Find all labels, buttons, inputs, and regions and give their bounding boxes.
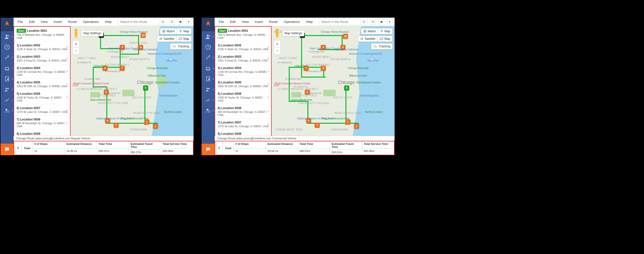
remove-stop-button[interactable]: ✕ [267,45,270,49]
remove-stop-button[interactable]: ✕ [267,82,270,86]
marker-start[interactable]: S [143,85,148,90]
map-settings-button[interactable]: Map Settings [282,30,304,36]
table-gear-icon[interactable] [215,141,223,155]
logo[interactable] [1,18,14,31]
stop-item[interactable]: 5) Location 00061430 W Taylor St, Chicag… [215,90,271,104]
remove-stop-button[interactable]: ✕ [66,135,69,136]
menu-operations[interactable]: Operations [81,19,101,25]
stops-panel[interactable]: StartLocation 0001700 S Wabash Ave, Chic… [14,26,71,136]
marker-2[interactable]: 2 [354,124,359,129]
nav-analytics[interactable] [1,95,14,105]
nav-user-settings[interactable] [1,105,14,116]
stop-item[interactable]: 7) Location 0008800 W Randolph St, Chica… [14,116,70,130]
search-input[interactable] [319,19,361,25]
menu-edit[interactable]: Edit [228,19,238,25]
zoom-out-button[interactable]: − [73,47,80,54]
remove-stop-button[interactable]: ✕ [66,57,69,60]
search-button[interactable] [160,19,166,25]
favorites-button[interactable] [379,19,384,25]
stop-item[interactable]: StartLocation 0001700 S Wabash Ave, Chic… [215,27,271,42]
favorites-button[interactable] [178,19,183,25]
nav-help[interactable]: ? [202,42,215,52]
remove-stop-button[interactable]: ✕ [267,95,270,99]
marker-7[interactable]: 7 [120,66,125,71]
map-settings-button[interactable]: Map Settings [81,30,103,36]
stop-item[interactable]: 6) Location 00071375 W Lake St, Chicago,… [14,104,70,116]
map-view-button[interactable]: Map [177,28,191,34]
remove-stop-button[interactable]: ✕ [66,70,69,73]
menu-route[interactable]: Route [267,19,280,25]
notifications-button[interactable] [170,19,175,25]
zoom-in-button[interactable]: + [73,40,80,47]
marker-10[interactable]: 10 [141,33,146,38]
stops-panel[interactable]: StartLocation 0001700 S Wabash Ave, Chic… [215,26,272,136]
nav-routes[interactable] [202,52,215,63]
stop-item[interactable]: 2) Location 00032301 S King Dr, Chicago,… [215,53,271,64]
matrix-view-button[interactable]: Matrix [160,28,177,34]
map-type-button[interactable]: Map [378,36,393,42]
remove-stop-button[interactable]: ✕ [66,108,69,112]
menu-view[interactable]: View [240,19,251,25]
stop-item[interactable]: 3) Location 00041146 W Cermak Rd, Chicag… [14,64,70,79]
remove-stop-button[interactable]: ✕ [66,121,69,125]
stop-item[interactable]: 7) Location 00071375 W Lake St, Chicago,… [215,119,271,130]
stop-item[interactable]: 8) Location 00091200 N Larrabee St, Chic… [215,130,271,136]
map-area[interactable]: S E 1 2 3 4 5 6 7 8 9 10 Chicago WEST TO… [71,26,194,136]
menu-file[interactable]: File [217,19,226,25]
marker-1[interactable]: 1 [345,119,350,124]
nav-add-user[interactable] [202,31,215,42]
matrix-view-button[interactable]: Matrix [361,28,378,34]
marker-6[interactable]: 6 [321,66,326,71]
remove-stop-button[interactable]: ✕ [66,82,69,86]
satellite-button[interactable]: Satellite [358,36,378,42]
actions-button[interactable] [186,19,191,25]
stop-item[interactable]: 5) Location 00061430 W Taylor St, Chicag… [14,90,70,104]
marker-10[interactable]: 10 [343,34,348,39]
stop-item[interactable]: 4) Location 00051852 W 19th St, Chicago,… [14,79,70,90]
stop-item[interactable]: 3) Location 00041146 W Cermak Rd, Chicag… [215,64,271,79]
nav-team[interactable] [1,84,14,95]
map-view-button[interactable]: Map [378,28,393,34]
map-area[interactable]: S E 1 2 3 4 5 6 7 8 9 10 Chicago WEST TO… [272,26,395,136]
stop-item[interactable]: StartLocation 0001700 S Wabash Ave, Chic… [14,27,70,42]
nav-team[interactable] [202,84,215,95]
nav-add-user[interactable] [1,31,14,42]
remove-stop-button[interactable]: ✕ [267,110,270,113]
notifications-button[interactable] [371,19,376,25]
pegman-icon[interactable] [73,28,80,38]
stop-item[interactable]: 6) Location 0008800 W Randolph St, Chica… [215,104,271,119]
marker-3[interactable]: 3 [315,123,320,128]
chat-button[interactable] [202,144,215,155]
actions-button[interactable] [387,19,393,25]
stop-item[interactable]: 4) Location 00051852 W 19th St, Chicago,… [215,79,271,90]
menu-help[interactable]: Help [103,19,114,25]
menu-insert[interactable]: Insert [253,19,265,25]
stop-item[interactable]: 2) Location 00032301 S King Dr, Chicago,… [14,53,70,64]
search-button[interactable] [361,19,367,25]
nav-analytics[interactable] [202,95,215,105]
menu-view[interactable]: View [39,19,50,25]
menu-help[interactable]: Help [304,19,315,25]
menu-operations[interactable]: Operations [282,19,302,25]
marker-3[interactable]: 3 [114,123,119,128]
zoom-in-button[interactable]: + [274,40,281,47]
remove-stop-button[interactable]: ✕ [267,57,270,60]
satellite-button[interactable]: Satellite [157,36,177,42]
stop-item[interactable]: 8) Location 00091200 N Larrabee St, Chic… [14,130,70,136]
stop-item[interactable]: 1) Location 00022105 S State St, Chicago… [14,42,70,53]
marker-start[interactable]: S [344,85,349,90]
tracking-button[interactable]: Tracking [371,43,393,49]
stop-item[interactable]: 1) Location 00022105 S State St, Chicago… [215,42,271,53]
remove-stop-button[interactable]: ✕ [66,45,69,49]
menu-file[interactable]: File [16,19,25,25]
nav-orders[interactable] [202,63,215,74]
remove-stop-button[interactable]: ✕ [66,95,69,99]
menu-edit[interactable]: Edit [27,19,37,25]
nav-address-book[interactable] [202,74,215,84]
nav-help[interactable]: ? [1,42,14,52]
remove-stop-button[interactable]: ✕ [267,70,270,73]
zoom-out-button[interactable]: − [274,47,281,54]
logo[interactable] [202,18,215,31]
nav-orders[interactable] [1,63,14,74]
nav-user-settings[interactable] [202,105,215,116]
